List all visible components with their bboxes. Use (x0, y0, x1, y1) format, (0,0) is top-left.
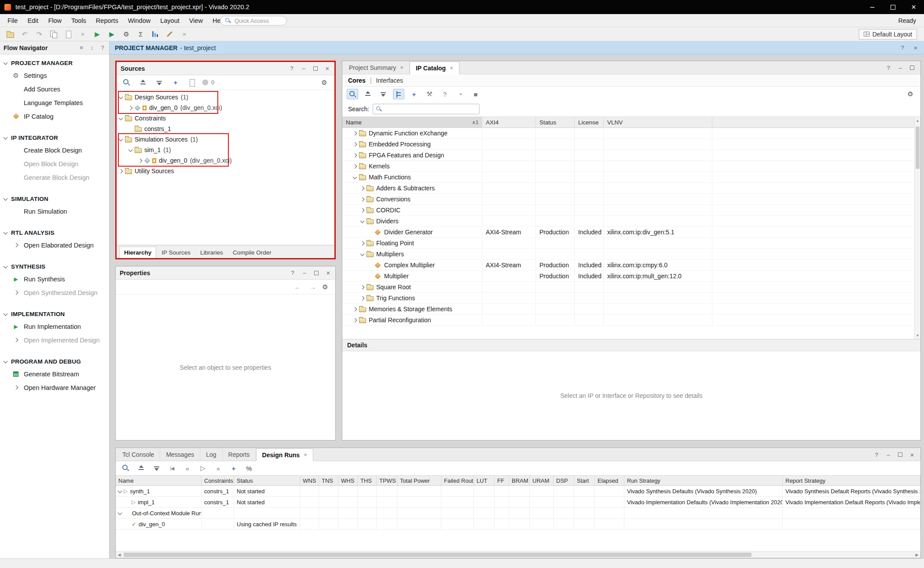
nav-section-header-synthesis[interactable]: SYNTHESIS (0, 261, 109, 272)
step-first-icon[interactable]: |◀ (166, 463, 178, 473)
wrench-icon[interactable]: ⚒ (424, 89, 435, 99)
scroll-right-icon[interactable]: ▶ (913, 552, 920, 558)
ip-catalog-row-memories-storage-elements[interactable]: Memories & Storage Elements (342, 304, 920, 315)
column-header-run-strategy[interactable]: Run Strategy (624, 476, 783, 485)
undo-icon[interactable]: ↶ (19, 29, 30, 40)
column-header-wns[interactable]: WNS (300, 476, 319, 485)
nav-section-header-rtl-analysis[interactable]: RTL ANALYSIS (0, 227, 109, 238)
run-outline-icon[interactable]: ▷ (197, 463, 209, 473)
sources-tab-hierarchy[interactable]: Hierarchy (119, 247, 156, 258)
help-icon[interactable] (289, 66, 295, 72)
paste-icon[interactable] (62, 29, 74, 40)
design-run-row-impl-1[interactable]: ▷impl_1constrs_1Not startedVivado Implem… (116, 497, 920, 508)
ip-catalog-row-embedded-processing[interactable]: Embedded Processing (342, 139, 920, 150)
close-tab-icon[interactable]: × (450, 65, 453, 71)
float-icon[interactable] (312, 66, 319, 72)
close-icon[interactable] (913, 45, 919, 51)
source-tree-item-div-gen-0[interactable]: div_gen_0(div_gen_0.xci) (117, 155, 334, 166)
vertical-scrollbar[interactable]: ▲ ▼ (914, 117, 920, 339)
close-icon[interactable] (325, 270, 331, 276)
chevron-right-icon[interactable] (14, 291, 18, 295)
chevron-down-icon[interactable] (118, 488, 122, 493)
step-forward-icon[interactable]: » (213, 463, 224, 473)
close-icon[interactable] (324, 66, 330, 72)
percent-icon[interactable]: % (243, 463, 255, 473)
float-icon[interactable] (313, 270, 319, 276)
edit-icon[interactable] (164, 29, 176, 40)
chevron-down-icon[interactable] (353, 175, 357, 179)
source-tree-item-sim-1[interactable]: sim_1(1) (117, 145, 334, 155)
open-folder-icon[interactable] (4, 29, 16, 40)
add-icon[interactable]: + (170, 77, 181, 88)
ip-catalog-row-multiplier[interactable]: MultiplierProductionIncludedxilinx.com:i… (342, 271, 920, 282)
chevron-right-icon[interactable] (14, 338, 18, 342)
scroll-down-icon[interactable]: ▼ (915, 333, 920, 338)
menu-tools[interactable]: Tools (66, 14, 91, 27)
step-icon[interactable]: ▶ (106, 29, 117, 40)
ip-catalog-row-cordic[interactable]: CORDIC (342, 205, 920, 216)
copy-icon[interactable] (48, 29, 59, 40)
expand-collapse-icon[interactable]: ↕ (89, 44, 95, 51)
scroll-up-icon[interactable]: ▲ (915, 118, 920, 123)
chevron-right-icon[interactable] (353, 307, 357, 311)
chevron-down-icon[interactable] (119, 116, 123, 120)
source-tree-item-simulation-sources[interactable]: Simulation Sources(1) (117, 134, 334, 145)
subtab-cores[interactable]: Cores (348, 77, 366, 84)
ip-catalog-row-kernels[interactable]: Kernels (342, 161, 920, 172)
delete-icon[interactable]: × (77, 29, 88, 40)
search-icon[interactable] (120, 463, 132, 473)
menu-view[interactable]: View (184, 14, 208, 27)
nav-section-header-implementation[interactable]: IMPLEMENTATION (0, 308, 109, 320)
source-tree-item-utility-sources[interactable]: Utility Sources (117, 166, 334, 176)
column-header-lut[interactable]: LUT (474, 476, 495, 485)
float-icon[interactable] (909, 65, 915, 71)
nav-item-ip-catalog[interactable]: IP Catalog (0, 109, 109, 123)
column-header-name[interactable]: Name (116, 476, 202, 485)
help-icon[interactable]: ? (439, 89, 451, 99)
subtab-interfaces[interactable]: Interfaces (376, 77, 403, 84)
design-run-row-synth-1[interactable]: ▷synth_1constrs_1Not startedVivado Synth… (116, 486, 920, 497)
collapse-all-icon[interactable] (136, 463, 147, 473)
quick-access-box[interactable] (220, 16, 287, 25)
ip-catalog-row-adders-subtracters[interactable]: Adders & Subtracters (342, 183, 920, 194)
tab-project-summary[interactable]: Project Summary× (343, 61, 410, 74)
ip-catalog-row-dividers[interactable]: Dividers (342, 216, 920, 227)
chevron-down-icon[interactable] (4, 230, 8, 234)
filter-icon[interactable]: ≡ (78, 44, 84, 51)
ip-catalog-row-square-root[interactable]: Square Root (342, 282, 920, 293)
tab-messages[interactable]: Messages (160, 448, 200, 461)
chevron-down-icon[interactable] (4, 359, 8, 363)
run-icon[interactable]: ▶ (92, 29, 103, 40)
column-header-status[interactable]: Status (234, 476, 300, 485)
sources-tab-ip-sources[interactable]: IP Sources (157, 247, 195, 258)
menu-file[interactable]: File (3, 14, 22, 27)
expand-all-icon[interactable] (154, 77, 165, 88)
nav-item-open-hardware-manager[interactable]: Open Hardware Manager (0, 381, 109, 394)
chevron-down-icon[interactable] (360, 251, 365, 256)
column-header-uram[interactable]: URAM (530, 476, 554, 485)
chevron-right-icon[interactable] (353, 318, 357, 322)
design-run-row-div-gen-0[interactable]: ✓div_gen_0Using cached IP results (116, 519, 920, 530)
close-tab-icon[interactable]: × (304, 451, 307, 458)
chevron-down-icon[interactable] (119, 137, 123, 141)
minimize-button[interactable] (862, 0, 883, 14)
chevron-right-icon[interactable] (360, 197, 365, 201)
catalog-search-input[interactable] (385, 106, 477, 113)
chevron-down-icon[interactable] (4, 135, 8, 139)
tab-ip-catalog[interactable]: IP Catalog× (410, 62, 459, 74)
source-tree-item-constrs-1[interactable]: constrs_1 (117, 124, 334, 134)
float-icon[interactable] (897, 451, 903, 458)
maximize-button[interactable] (883, 0, 903, 14)
minimize-icon[interactable] (897, 65, 903, 71)
help-icon[interactable]: ? (99, 44, 106, 51)
forward-icon[interactable]: → (307, 282, 319, 292)
menu-reports[interactable]: Reports (91, 14, 123, 27)
group-by-hierarchy-icon[interactable] (393, 89, 404, 99)
design-run-row-out-of-context-module-runs[interactable]: Out-of-Context Module Runs (116, 508, 920, 519)
column-header-whs[interactable]: WHS (338, 476, 358, 485)
report-icon[interactable] (150, 29, 161, 40)
sources-tab-libraries[interactable]: Libraries (196, 247, 227, 258)
expand-all-icon[interactable] (378, 89, 389, 99)
chevron-right-icon[interactable] (353, 153, 357, 157)
ip-catalog-row-multipliers[interactable]: Multipliers (342, 249, 920, 260)
